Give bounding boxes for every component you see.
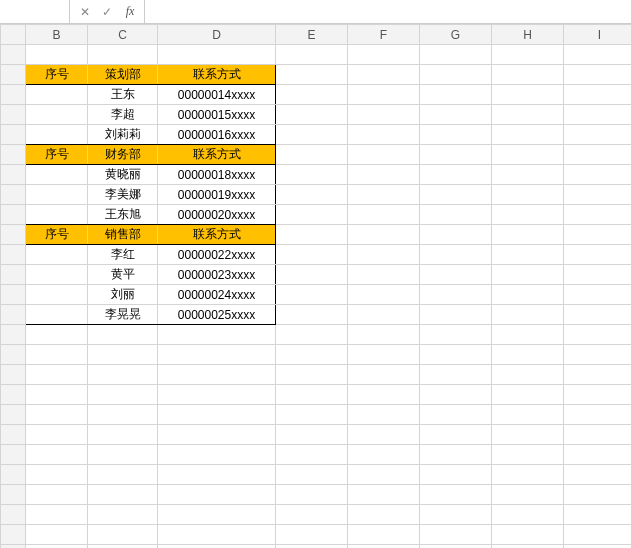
corner-cell[interactable] (1, 25, 26, 45)
cell[interactable] (348, 385, 420, 405)
cell[interactable] (276, 465, 348, 485)
cell-seq[interactable] (26, 205, 88, 225)
cell[interactable] (88, 345, 158, 365)
row-header[interactable] (1, 385, 26, 405)
cell[interactable] (564, 45, 632, 65)
spreadsheet-grid[interactable]: B C D E F G H I 序号策划部联系方式王东00000014xxxx李… (0, 24, 631, 548)
cell[interactable] (420, 65, 492, 85)
row-header[interactable] (1, 145, 26, 165)
cell[interactable] (276, 125, 348, 145)
cell[interactable] (158, 525, 276, 545)
cell[interactable] (564, 525, 632, 545)
cell[interactable] (348, 285, 420, 305)
cell-contact[interactable]: 00000019xxxx (158, 185, 276, 205)
row-header[interactable] (1, 525, 26, 545)
cell[interactable] (26, 345, 88, 365)
cell[interactable] (348, 205, 420, 225)
cell[interactable] (26, 405, 88, 425)
cell[interactable] (492, 185, 564, 205)
cell[interactable] (158, 325, 276, 345)
row-header[interactable] (1, 45, 26, 65)
cell-contact[interactable]: 00000020xxxx (158, 205, 276, 225)
cell[interactable] (420, 45, 492, 65)
row-header[interactable] (1, 185, 26, 205)
col-header[interactable]: I (564, 25, 632, 45)
cell[interactable] (26, 505, 88, 525)
row-header[interactable] (1, 405, 26, 425)
section-header-dept[interactable]: 策划部 (88, 65, 158, 85)
cell[interactable] (276, 85, 348, 105)
cell[interactable] (348, 425, 420, 445)
cell-name[interactable]: 李美娜 (88, 185, 158, 205)
cell-contact[interactable]: 00000018xxxx (158, 165, 276, 185)
cell-contact[interactable]: 00000024xxxx (158, 285, 276, 305)
cell[interactable] (564, 245, 632, 265)
row-header[interactable] (1, 365, 26, 385)
cell[interactable] (420, 365, 492, 385)
cell[interactable] (348, 345, 420, 365)
cell[interactable] (420, 505, 492, 525)
row-header[interactable] (1, 205, 26, 225)
cell[interactable] (420, 305, 492, 325)
cell[interactable] (420, 145, 492, 165)
col-header[interactable]: C (88, 25, 158, 45)
cell[interactable] (276, 225, 348, 245)
cell[interactable] (276, 285, 348, 305)
cell-contact[interactable]: 00000014xxxx (158, 85, 276, 105)
cell[interactable] (564, 165, 632, 185)
cell[interactable] (420, 165, 492, 185)
cell[interactable] (88, 505, 158, 525)
cell[interactable] (420, 105, 492, 125)
cell-name[interactable]: 王东旭 (88, 205, 158, 225)
row-header[interactable] (1, 425, 26, 445)
row-header[interactable] (1, 445, 26, 465)
cell[interactable] (564, 225, 632, 245)
cell-contact[interactable]: 00000016xxxx (158, 125, 276, 145)
fx-icon[interactable]: fx (118, 4, 140, 19)
cell[interactable] (88, 445, 158, 465)
section-header-seq[interactable]: 序号 (26, 145, 88, 165)
cell[interactable] (348, 125, 420, 145)
cell[interactable] (420, 265, 492, 285)
cell[interactable] (492, 345, 564, 365)
cell[interactable] (26, 545, 88, 549)
row-header[interactable] (1, 305, 26, 325)
cell[interactable] (420, 485, 492, 505)
cell[interactable] (564, 445, 632, 465)
cell[interactable] (420, 425, 492, 445)
cell[interactable] (348, 505, 420, 525)
cell[interactable] (158, 465, 276, 485)
cell-name[interactable]: 黄晓丽 (88, 165, 158, 185)
cell-contact[interactable]: 00000025xxxx (158, 305, 276, 325)
cell[interactable] (348, 225, 420, 245)
cell[interactable] (564, 205, 632, 225)
cancel-icon[interactable]: ✕ (74, 5, 96, 19)
section-header-seq[interactable]: 序号 (26, 225, 88, 245)
cell-contact[interactable]: 00000015xxxx (158, 105, 276, 125)
cell[interactable] (348, 305, 420, 325)
cell[interactable] (492, 365, 564, 385)
row-header[interactable] (1, 265, 26, 285)
cell[interactable] (276, 305, 348, 325)
cell[interactable] (158, 405, 276, 425)
cell-seq[interactable] (26, 305, 88, 325)
cell[interactable] (492, 325, 564, 345)
cell-name[interactable]: 李红 (88, 245, 158, 265)
row-header[interactable] (1, 245, 26, 265)
cell[interactable] (492, 165, 564, 185)
cell[interactable] (492, 105, 564, 125)
cell[interactable] (26, 45, 88, 65)
cell[interactable] (276, 425, 348, 445)
row-header[interactable] (1, 85, 26, 105)
cell[interactable] (420, 285, 492, 305)
cell[interactable] (564, 305, 632, 325)
cell[interactable] (158, 345, 276, 365)
section-header-contact[interactable]: 联系方式 (158, 145, 276, 165)
cell[interactable] (158, 45, 276, 65)
cell[interactable] (158, 365, 276, 385)
cell[interactable] (348, 185, 420, 205)
cell-contact[interactable]: 00000022xxxx (158, 245, 276, 265)
cell[interactable] (348, 405, 420, 425)
cell[interactable] (564, 65, 632, 85)
cell[interactable] (26, 385, 88, 405)
